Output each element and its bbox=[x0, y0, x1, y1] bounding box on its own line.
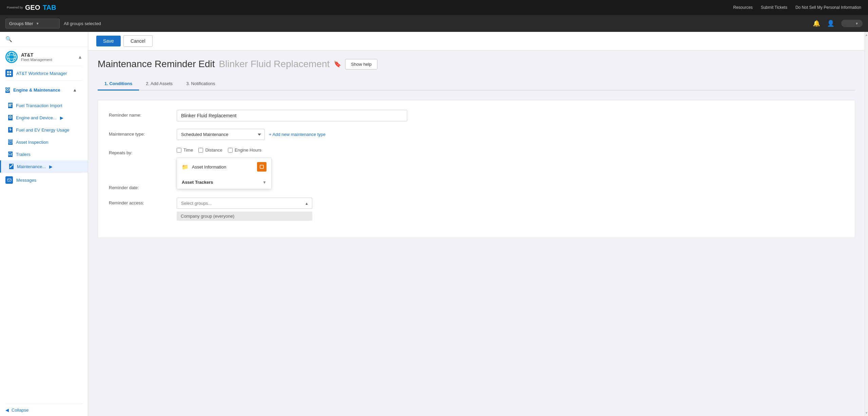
maintenance-type-select[interactable]: Scheduled Maintenance bbox=[177, 129, 265, 140]
distance-checkbox-item[interactable]: Distance bbox=[198, 147, 222, 153]
folder-icon: 📁 bbox=[182, 164, 189, 170]
repeats-by-label: Repeats by: bbox=[109, 147, 177, 155]
page-content: Maintenance Reminder Edit Blinker Fluid … bbox=[88, 51, 865, 246]
add-new-label: Add new maintenance type bbox=[273, 132, 326, 137]
resources-link[interactable]: Resources bbox=[733, 5, 753, 10]
asset-info-label: Asset Information bbox=[192, 164, 226, 170]
sidebar-nav: AT&T Workforce Manager Engine & Maintena… bbox=[0, 66, 88, 404]
maintenance-arrow: ▶ bbox=[49, 164, 53, 169]
engine-hours-checkbox-item[interactable]: Engine Hours bbox=[228, 147, 261, 153]
orange-confirm-button[interactable] bbox=[257, 162, 267, 172]
sidebar-item-engine-device[interactable]: Engine and Device... ▶ bbox=[0, 112, 88, 124]
content-area: Save Cancel Maintenance Reminder Edit Bl… bbox=[88, 32, 865, 416]
page-title-row: Maintenance Reminder Edit Blinker Fluid … bbox=[98, 59, 855, 70]
maintenance-type-wrapper: Scheduled Maintenance Add new maintenanc… bbox=[177, 129, 844, 140]
top-bar-right: Resources Submit Tickets Do Not Sell My … bbox=[733, 5, 861, 10]
form-row-reminder-access: Reminder access: ▲ Company group (everyo… bbox=[109, 198, 844, 221]
time-checkbox[interactable] bbox=[177, 148, 181, 153]
scroll-up-arrow[interactable]: ▲ bbox=[865, 33, 868, 37]
sidebar-item-trailers[interactable]: Trailers bbox=[0, 148, 88, 160]
select-groups-arrow[interactable]: ▲ bbox=[301, 198, 312, 209]
sidebar-item-messages[interactable]: Messages bbox=[0, 173, 88, 187]
bell-icon[interactable]: 🔔 bbox=[813, 20, 820, 27]
groups-filter-dropdown[interactable]: Groups filter ▼ bbox=[5, 19, 60, 28]
distance-checkbox[interactable] bbox=[198, 148, 203, 153]
reminder-access-label: Reminder access: bbox=[109, 198, 177, 205]
workforce-icon bbox=[5, 70, 13, 77]
reminder-date-label: Reminder date: bbox=[109, 182, 177, 190]
sidebar: 🔍 AT&T Fleet Management ▲ bbox=[0, 32, 88, 416]
engine-hours-label: Engine Hours bbox=[235, 147, 261, 153]
geotab-logo: Powered by GEO TAB bbox=[7, 3, 62, 12]
engine-maintenance-label: Engine & Maintenance bbox=[13, 87, 60, 93]
form-row-reminder-name: Reminder name: bbox=[109, 110, 844, 121]
svg-rect-7 bbox=[9, 71, 11, 73]
svg-point-23 bbox=[9, 155, 10, 156]
scrollbar[interactable]: ▲ ▼ bbox=[865, 32, 868, 416]
submit-tickets-link[interactable]: Submit Tickets bbox=[761, 5, 787, 10]
sidebar-item-workforce[interactable]: AT&T Workforce Manager bbox=[0, 66, 88, 80]
sidebar-item-engine-maintenance[interactable]: Engine & Maintenance ▲ bbox=[0, 81, 88, 99]
svg-rect-14 bbox=[8, 106, 12, 106]
show-help-button[interactable]: Show help bbox=[345, 59, 377, 70]
svg-text:TAB: TAB bbox=[43, 4, 56, 11]
sidebar-item-fuel-ev[interactable]: Fuel and EV Energy Usage bbox=[0, 124, 88, 136]
select-groups-input[interactable] bbox=[177, 198, 312, 209]
svg-point-26 bbox=[10, 167, 11, 168]
att-logo-svg bbox=[5, 51, 18, 63]
groups-filter-label: Groups filter bbox=[9, 21, 33, 26]
reminder-name-input[interactable] bbox=[177, 110, 407, 121]
user-dropdown[interactable]: ▼ bbox=[841, 20, 863, 27]
messages-label: Messages bbox=[16, 178, 82, 183]
engine-collapse-icon[interactable]: ▲ bbox=[67, 84, 82, 96]
svg-rect-13 bbox=[8, 105, 11, 105]
tab-add-assets[interactable]: 2. Add Assets bbox=[139, 78, 179, 91]
time-checkbox-item[interactable]: Time bbox=[177, 147, 193, 153]
svg-rect-8 bbox=[7, 74, 9, 75]
sidebar-collapse-arrow[interactable]: ▲ bbox=[78, 54, 82, 60]
svg-text:GEO: GEO bbox=[25, 4, 40, 11]
sidebar-item-asset-inspection[interactable]: Asset Inspection bbox=[0, 136, 88, 148]
form-row-maintenance-type: Maintenance type: Scheduled Maintenance … bbox=[109, 129, 844, 140]
dropdown-item-asset-info[interactable]: 📁 Asset Information bbox=[177, 158, 271, 176]
scroll-down-arrow[interactable]: ▼ bbox=[865, 411, 868, 415]
engine-device-arrow: ▶ bbox=[60, 115, 63, 120]
tab-conditions[interactable]: 1. Conditions bbox=[98, 78, 139, 91]
form-section: Reminder name: Maintenance type: Schedul… bbox=[98, 100, 855, 238]
collapse-button[interactable]: ◀ Collapse bbox=[0, 404, 88, 416]
engine-hours-checkbox[interactable] bbox=[228, 148, 233, 153]
page-title-main: Maintenance Reminder Edit bbox=[98, 59, 215, 70]
cancel-button[interactable]: Cancel bbox=[123, 35, 153, 47]
brand-sub: Fleet Management bbox=[21, 58, 52, 62]
engine-device-icon bbox=[8, 115, 13, 120]
maintenance-type-label: Maintenance type: bbox=[109, 129, 177, 137]
svg-point-11 bbox=[7, 89, 8, 90]
dropdown-item-asset-trackers[interactable]: Asset Trackers ▼ bbox=[177, 176, 271, 189]
search-icon[interactable]: 🔍 bbox=[5, 36, 12, 42]
groups-filter-bar: Groups filter ▼ All groups selected 🔔 👤 … bbox=[0, 15, 868, 32]
tabs-bar: 1. Conditions 2. Add Assets 3. Notificat… bbox=[98, 78, 855, 91]
sidebar-logo: AT&T Fleet Management ▲ bbox=[0, 47, 88, 66]
do-not-sell-link[interactable]: Do Not Sell My Personal Information bbox=[795, 5, 861, 10]
powered-by-text: Powered by bbox=[7, 6, 23, 9]
messages-icon bbox=[5, 176, 13, 184]
svg-point-2 bbox=[5, 51, 18, 63]
bookmark-icon[interactable]: 🔖 bbox=[334, 60, 341, 68]
reminder-name-label: Reminder name: bbox=[109, 110, 177, 118]
sidebar-item-maintenance[interactable]: Maintenance... ▶ bbox=[0, 160, 88, 173]
username-text bbox=[845, 21, 853, 26]
user-icon[interactable]: 👤 bbox=[827, 20, 834, 27]
svg-rect-22 bbox=[8, 153, 12, 155]
form-row-repeats-by: Repeats by: Time Distance bbox=[109, 147, 844, 155]
save-button[interactable]: Save bbox=[96, 36, 121, 46]
tab-notifications[interactable]: 3. Notifications bbox=[179, 78, 222, 91]
svg-point-24 bbox=[11, 155, 12, 156]
checkboxes-row: Time Distance Engine Hours bbox=[177, 147, 844, 153]
sidebar-brand: AT&T Fleet Management bbox=[21, 52, 52, 62]
trailers-label: Trailers bbox=[16, 152, 31, 157]
sidebar-item-fuel-import[interactable]: Fuel Transaction Import bbox=[0, 99, 88, 112]
add-new-maintenance-link[interactable]: Add new maintenance type bbox=[269, 132, 326, 137]
asset-inspection-icon bbox=[8, 139, 13, 145]
engine-device-label: Engine and Device... bbox=[16, 115, 57, 120]
main-layout: 🔍 AT&T Fleet Management ▲ bbox=[0, 32, 868, 416]
